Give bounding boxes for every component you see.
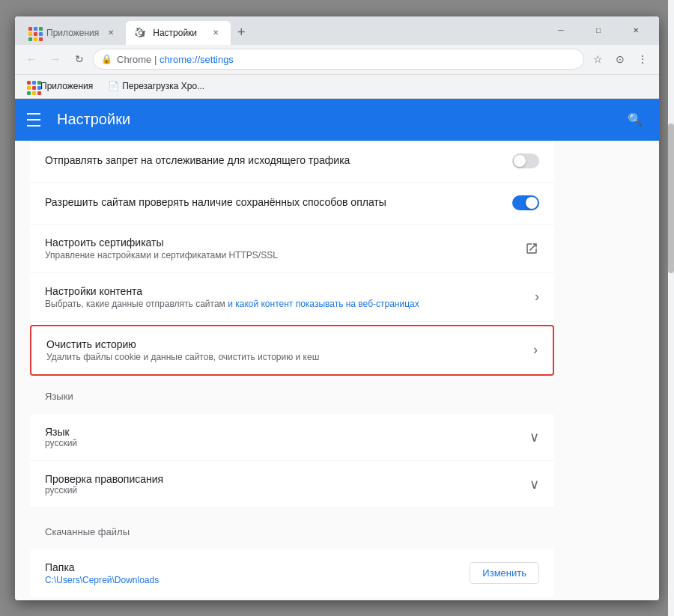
menu-button[interactable]: ⋮ xyxy=(632,49,653,70)
certificates-title: Настроить сертификаты xyxy=(45,237,524,248)
content-settings-title: Настройки контента xyxy=(45,285,535,297)
tab-apps-label: Приложения xyxy=(46,28,99,38)
star-icon: ☆ xyxy=(593,53,603,65)
language-title: Язык xyxy=(45,426,529,438)
star-button[interactable]: ☆ xyxy=(587,49,608,70)
menu-line-1 xyxy=(27,113,40,115)
language-value: русский xyxy=(45,438,529,448)
content-settings-text: Настройки контента Выбрать, какие данные… xyxy=(45,285,535,309)
certificates-text: Настроить сертификаты Управление настрой… xyxy=(45,237,524,260)
tab-apps[interactable]: Приложения ✕ xyxy=(19,21,126,45)
new-tab-button[interactable]: + xyxy=(231,22,252,43)
privacy-section: Отправлять запрет на отслеживание для ис… xyxy=(30,141,554,376)
content-desc-plain: Выбрать, какие данные отправлять сайтам xyxy=(45,299,228,309)
minimize-button[interactable]: ─ xyxy=(544,22,578,39)
back-button[interactable]: ← xyxy=(21,49,42,70)
clear-history-text: Очистить историю Удалить файлы cookie и … xyxy=(46,338,533,362)
forward-button[interactable]: → xyxy=(45,49,66,70)
change-folder-button[interactable]: Изменить xyxy=(470,562,539,584)
bookmark-reload-icon: 📄 xyxy=(108,81,119,91)
content-settings-row[interactable]: Настройки контента Выбрать, какие данные… xyxy=(30,273,554,322)
address-separator: | xyxy=(154,54,160,65)
forward-icon: → xyxy=(50,53,61,65)
content-settings-desc: Выбрать, какие данные отправлять сайтам … xyxy=(45,299,535,309)
payment-title: Разрешить сайтам проверять наличие сохра… xyxy=(45,196,512,208)
language-chevron-down: ∨ xyxy=(529,429,539,445)
search-icon: 🔍 xyxy=(628,112,643,126)
folder-title: Папка xyxy=(45,561,470,573)
menu-line-3 xyxy=(27,125,40,126)
certificates-row[interactable]: Настроить сертификаты Управление настрой… xyxy=(30,225,554,273)
bookmark-apps-icon xyxy=(27,81,37,91)
menu-line-2 xyxy=(27,119,40,121)
folder-path: C:\Users\Сергей\Downloads xyxy=(45,575,470,585)
folder-row: Папка C:\Users\Сергей\Downloads Изменить xyxy=(30,549,554,597)
folder-text: Папка C:\Users\Сергей\Downloads xyxy=(45,561,470,585)
close-button[interactable]: ✕ xyxy=(619,22,653,39)
content-desc-link[interactable]: и какой контент показывать на веб-страни… xyxy=(228,299,419,309)
tab-apps-close[interactable]: ✕ xyxy=(105,27,117,39)
bookmark-reload[interactable]: 📄 Перезагрузка Хро... xyxy=(102,78,210,94)
toolbar-actions: ☆ ⊙ ⋮ xyxy=(587,49,653,70)
language-row[interactable]: Язык русский ∨ xyxy=(30,414,554,461)
lock-icon: 🔒 xyxy=(101,54,112,64)
languages-section: Язык русский ∨ Проверка правописания рус… xyxy=(30,414,554,508)
payment-text: Разрешить сайтам проверять наличие сохра… xyxy=(45,196,512,210)
settings-container: Настройки 🔍 Отправлять запрет на отслежи… xyxy=(15,99,659,600)
downloads-section: Папка C:\Users\Сергей\Downloads Изменить xyxy=(30,549,554,597)
clear-history-title: Очистить историю xyxy=(46,338,533,350)
clear-history-chevron: › xyxy=(533,342,538,358)
toolbar: ← → ↻ 🔒 Chrome | chrome://settings ☆ ⊙ ⋮ xyxy=(15,45,659,75)
tab-settings-close[interactable]: ✕ xyxy=(210,27,222,39)
address-bar[interactable]: 🔒 Chrome | chrome://settings xyxy=(93,49,584,70)
payment-row[interactable]: Разрешить сайтам проверять наличие сохра… xyxy=(30,183,554,225)
language-text: Язык русский xyxy=(45,426,529,448)
spellcheck-value: русский xyxy=(45,485,529,495)
tracking-title: Отправлять запрет на отслеживание для ис… xyxy=(45,154,512,166)
languages-section-header: Языки xyxy=(30,379,554,408)
tracking-text: Отправлять запрет на отслеживание для ис… xyxy=(45,154,512,168)
profile-button[interactable]: ⊙ xyxy=(610,49,631,70)
spellcheck-chevron-down: ∨ xyxy=(529,476,539,493)
settings-title: Настройки xyxy=(57,111,611,128)
profile-icon: ⊙ xyxy=(616,53,625,65)
apps-favicon xyxy=(28,27,40,39)
external-link-icon xyxy=(524,241,539,256)
back-icon: ← xyxy=(26,53,37,65)
tracking-toggle[interactable] xyxy=(512,153,539,168)
titlebar: Приложения ✕ Настройки ✕ + ─ □ ✕ xyxy=(15,16,659,45)
content-settings-chevron: › xyxy=(535,289,539,305)
sidebar-toggle-button[interactable] xyxy=(27,111,45,129)
maximize-button[interactable]: □ xyxy=(581,22,616,39)
clear-history-desc: Удалить файлы cookie и данные сайтов, оч… xyxy=(46,352,533,362)
bookmarks-bar: Приложения 📄 Перезагрузка Хро... xyxy=(15,75,659,99)
tab-settings-label: Настройки xyxy=(153,28,204,38)
settings-content[interactable]: Отправлять запрет на отслеживание для ис… xyxy=(15,141,659,600)
menu-dots-icon: ⋮ xyxy=(637,53,648,65)
payment-toggle[interactable] xyxy=(512,195,539,210)
address-url: chrome://settings xyxy=(160,54,234,65)
browser-window: Приложения ✕ Настройки ✕ + ─ □ ✕ ← → xyxy=(15,16,659,600)
spellcheck-text: Проверка правописания русский xyxy=(45,473,529,495)
bookmark-reload-label: Перезагрузка Хро... xyxy=(122,81,204,91)
clear-history-row[interactable]: Очистить историю Удалить файлы cookie и … xyxy=(30,325,554,376)
settings-header: Настройки 🔍 xyxy=(15,99,659,141)
downloads-section-header: Скачанные файлы xyxy=(30,514,554,543)
spellcheck-title: Проверка правописания xyxy=(45,473,529,485)
tracking-row[interactable]: Отправлять запрет на отслеживание для ис… xyxy=(30,141,554,183)
bookmark-apps-label: Приложения xyxy=(40,81,93,91)
window-controls: ─ □ ✕ xyxy=(544,22,653,39)
reload-icon: ↻ xyxy=(75,53,84,65)
address-prefix: Chrome xyxy=(117,54,151,65)
gear-favicon xyxy=(135,27,147,39)
bookmark-apps[interactable]: Приложения xyxy=(21,78,99,94)
certificates-desc: Управление настройками и сертификатами H… xyxy=(45,250,524,260)
spellcheck-row[interactable]: Проверка правописания русский ∨ xyxy=(30,461,554,508)
settings-search-button[interactable]: 🔍 xyxy=(623,108,647,132)
address-text: Chrome | chrome://settings xyxy=(117,54,576,65)
tab-settings[interactable]: Настройки ✕ xyxy=(126,21,231,45)
reload-button[interactable]: ↻ xyxy=(69,49,90,70)
